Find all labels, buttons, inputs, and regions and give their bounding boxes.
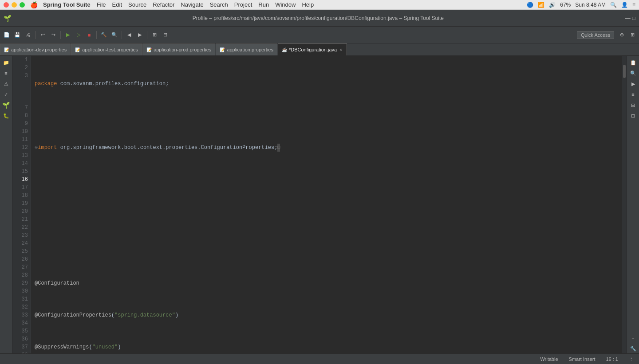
props-icon-4: 📝 — [220, 47, 225, 52]
right-sidebar-console[interactable]: ▶ — [628, 79, 638, 89]
status-writable[interactable]: Writable — [540, 356, 558, 362]
menu-edit[interactable]: Edit — [112, 1, 122, 8]
tab-label-1: application-dev.properties — [11, 47, 67, 52]
maximize-button[interactable] — [20, 2, 25, 8]
menu-source[interactable]: Source — [128, 1, 146, 8]
window-titlebar: 🌱 Profile – profiles/src/main/java/com/s… — [0, 10, 639, 27]
print-button[interactable]: 🖨 — [23, 30, 33, 40]
maximize-window-icon[interactable]: □ — [632, 15, 635, 21]
sidebar-package-explorer[interactable]: 📁 — [1, 58, 11, 67]
search-toolbar-button[interactable]: 🔍 — [110, 30, 119, 40]
insert-mode-label: Smart Insert — [569, 356, 596, 362]
code-line-6 — [35, 223, 622, 231]
user-avatar: 👤 — [621, 2, 628, 8]
right-sidebar-icon-bottom1[interactable]: ↑ — [628, 334, 638, 344]
code-editor[interactable]: package com.sovanm.profiles.configuratio… — [31, 56, 622, 353]
line-numbers: 1 2 3 7 8 9 10 11 12 13 14 15 16 17 18 1… — [12, 56, 31, 353]
line-num-12: 12 — [12, 144, 28, 152]
menu-project[interactable]: Project — [234, 1, 252, 8]
line-num-18: 18 — [12, 192, 28, 200]
right-sidebar-icon-6[interactable]: ⊞ — [628, 111, 638, 121]
mac-window-controls[interactable] — [4, 2, 25, 8]
status-options[interactable]: ⋮ — [629, 356, 634, 362]
menu-search[interactable]: Search — [210, 1, 228, 8]
line-num-4 — [12, 80, 28, 88]
status-position[interactable]: 16 : 1 — [606, 356, 618, 362]
toolbar-separator-1 — [35, 31, 36, 39]
spring-icon: 🌱 — [4, 15, 11, 22]
undo-button[interactable]: ↩ — [38, 30, 47, 40]
mac-titlebar: 🍎 Spring Tool Suite File Edit Source Ref… — [0, 0, 639, 10]
close-button[interactable] — [4, 2, 9, 8]
minimize-window-icon[interactable]: — — [625, 15, 631, 21]
sidebar-outline[interactable]: ≡ — [1, 68, 11, 78]
tab-label-4: application.properties — [227, 47, 273, 52]
menu-help[interactable]: Help — [302, 1, 314, 8]
sidebar-problems[interactable]: ⚠ — [1, 79, 11, 89]
new-file-button[interactable]: 📄 — [2, 30, 12, 40]
run-button[interactable]: ▷ — [74, 30, 83, 40]
stop-button[interactable]: ■ — [84, 30, 94, 40]
minimize-button[interactable] — [12, 2, 17, 8]
position-label: 16 : 1 — [606, 356, 618, 362]
tab-label-5: *DBConfiguration.java — [289, 47, 337, 52]
scrollbar-thumb[interactable] — [623, 65, 626, 78]
vertical-scrollbar[interactable] — [622, 56, 627, 353]
fold-icon-3[interactable]: ⊕ — [35, 144, 38, 152]
code-line-10: @SuppressWarnings("unused") — [35, 343, 622, 351]
line-num-26: 26 — [12, 255, 28, 263]
quick-access-button[interactable]: Quick Access — [577, 31, 614, 39]
menu-run[interactable]: Run — [258, 1, 269, 8]
window-title: Profile – profiles/src/main/java/com/sov… — [11, 15, 625, 21]
spotlight-icon[interactable]: 🔍 — [610, 2, 617, 8]
line-num-33: 33 — [12, 311, 28, 319]
right-sidebar-icon-4[interactable]: ≡ — [628, 90, 638, 99]
toolbar-separator-2 — [60, 31, 61, 39]
build-button[interactable]: 🔨 — [99, 30, 109, 40]
menu-refactor[interactable]: Refactor — [153, 1, 174, 8]
line-num-8: 8 — [12, 112, 28, 120]
code-line-4 — [35, 176, 622, 184]
line-num-29: 29 — [12, 279, 28, 287]
mac-titlebar-left: 🍎 Spring Tool Suite File Edit Source Ref… — [4, 1, 314, 8]
open-perspective-button[interactable]: ⊕ — [617, 30, 627, 40]
redo-button[interactable]: ↪ — [48, 30, 58, 40]
line-num-15: 15 — [12, 168, 28, 176]
right-sidebar-icon-5[interactable]: ⊟ — [628, 100, 638, 110]
code-line-3: ⊕import org.springframework.boot.context… — [35, 144, 622, 152]
line-num-23: 23 — [12, 231, 28, 239]
line-num-2: 2 — [12, 64, 28, 72]
debug-button[interactable]: ▶ — [63, 30, 73, 40]
maximize-view-button[interactable]: ⊞ — [627, 30, 637, 40]
sidebar-debug[interactable]: 🐛 — [1, 111, 11, 121]
line-num-17: 17 — [12, 184, 28, 192]
sidebar-tasks[interactable]: ✓ — [1, 90, 11, 99]
right-sidebar-icon-1[interactable]: 📋 — [628, 58, 638, 67]
tab-dbconfiguration[interactable]: ☕ *DBConfiguration.java × — [278, 43, 347, 55]
apple-menu-icon[interactable]: 🍎 — [30, 1, 38, 8]
line-num-25: 25 — [12, 247, 28, 255]
forward-button[interactable]: ▶ — [135, 30, 145, 40]
code-line-9: @ConfigurationProperties("spring.datasou… — [35, 311, 622, 319]
sidebar-boot-dashboard[interactable]: 🌱 — [1, 100, 11, 110]
tab-application-test[interactable]: 📝 application-test.properties — [71, 43, 142, 55]
menu-window[interactable]: Window — [275, 1, 296, 8]
tab-application-prod[interactable]: 📝 application-prod.properties — [142, 43, 215, 55]
menu-navigate[interactable]: Navigate — [181, 1, 203, 8]
status-bar: Writable Smart Insert 16 : 1 ⋮ — [0, 353, 639, 364]
view-button[interactable]: ⊟ — [160, 30, 170, 40]
right-sidebar-icon-bottom2[interactable]: 🔧 — [628, 344, 638, 353]
tab-application-dev[interactable]: 📝 application-dev.properties — [0, 43, 71, 55]
perspective-button[interactable]: ⊞ — [150, 30, 159, 40]
line-num-35: 35 — [12, 327, 28, 335]
line-num-16: 16 — [12, 176, 28, 184]
tab-application[interactable]: 📝 application.properties — [216, 43, 277, 55]
menu-spring-tool-suite[interactable]: Spring Tool Suite — [43, 1, 91, 8]
back-button[interactable]: ◀ — [124, 30, 134, 40]
menu-file[interactable]: File — [97, 1, 106, 8]
save-button[interactable]: 💾 — [12, 30, 22, 40]
right-sidebar-icon-2[interactable]: 🔍 — [628, 68, 638, 78]
code-line-7 — [35, 247, 622, 255]
status-insert-mode[interactable]: Smart Insert — [569, 356, 596, 362]
tab-close-button[interactable]: × — [339, 47, 343, 52]
